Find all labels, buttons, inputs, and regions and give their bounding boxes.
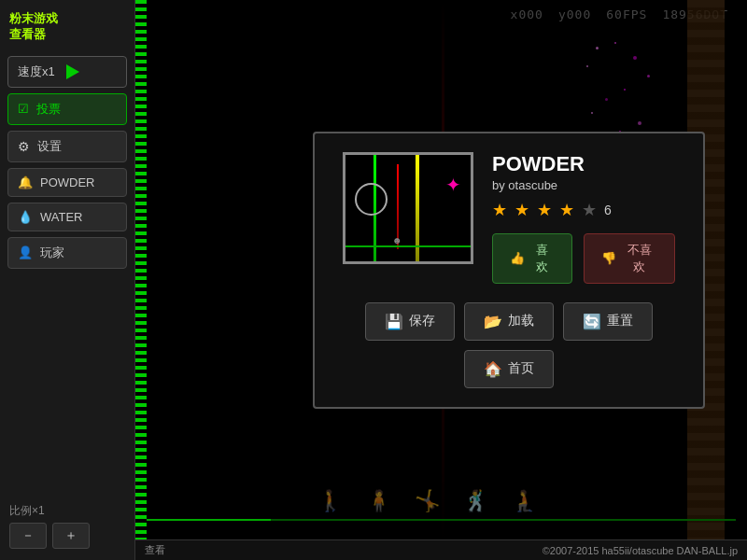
settings-label: 设置 xyxy=(37,138,62,155)
modal-info: POWDER by otascube ★ ★ ★ ★ ★ 6 👍 喜欢 xyxy=(492,152,675,284)
status-left: 查看 xyxy=(145,543,165,557)
player-label: 玩家 xyxy=(40,245,64,261)
dislike-label: 不喜欢 xyxy=(622,242,657,275)
speed-label: 速度x1 xyxy=(18,63,55,80)
speed-button[interactable]: 速度x1 xyxy=(7,56,127,88)
vote-label: 投票 xyxy=(36,101,61,118)
dot-border-left xyxy=(135,0,147,560)
reset-icon: 🔄 xyxy=(583,313,601,330)
player-button[interactable]: 👤 玩家 xyxy=(7,237,127,269)
load-icon: 📂 xyxy=(484,313,502,330)
player-icon: 👤 xyxy=(18,245,33,259)
home-label: 首页 xyxy=(508,360,534,377)
gear-icon: ⚙ xyxy=(18,139,30,154)
powder-icon: 🔔 xyxy=(18,175,33,189)
preview-figure: ☻ xyxy=(392,235,402,245)
zoom-in-button[interactable]: ＋ xyxy=(52,523,90,549)
sidebar: 粉末游戏 查看器 速度x1 ☑ 投票 ⚙ 设置 🔔 POWDER 💧 WATER… xyxy=(0,0,135,560)
stars-row: ★ ★ ★ ★ ★ 6 xyxy=(492,200,675,220)
vote-button[interactable]: ☑ 投票 xyxy=(7,93,127,125)
star-5: ★ xyxy=(582,200,597,220)
like-icon: 👍 xyxy=(510,251,525,265)
modal-author: by otascube xyxy=(492,178,675,192)
star-3: ★ xyxy=(537,200,552,220)
modal-actions: 💾 保存 📂 加载 🔄 重置 🏠 首页 xyxy=(343,302,675,388)
powder-label: POWDER xyxy=(40,175,95,189)
zoom-controls: － ＋ xyxy=(9,523,125,549)
play-icon xyxy=(66,64,79,79)
home-button[interactable]: 🏠 首页 xyxy=(464,350,554,388)
home-icon: 🏠 xyxy=(484,360,502,378)
game-preview-thumbnail: ✦ ☻ xyxy=(343,152,473,264)
modal-title: POWDER xyxy=(492,152,675,176)
star-2: ★ xyxy=(514,200,529,220)
settings-button[interactable]: ⚙ 设置 xyxy=(7,131,127,162)
save-icon: 💾 xyxy=(385,313,403,330)
reaction-buttons: 👍 喜欢 👎 不喜欢 xyxy=(492,233,675,284)
preview-inner: ✦ ☻ xyxy=(345,155,471,261)
preview-circle xyxy=(355,183,388,216)
vote-checkbox-icon: ☑ xyxy=(18,102,29,116)
status-right: ©2007-2015 ha55ii/otascube DAN-BALL.jp xyxy=(543,545,738,556)
status-bar: 查看 ©2007-2015 ha55ii/otascube DAN-BALL.j… xyxy=(135,539,747,560)
reset-button[interactable]: 🔄 重置 xyxy=(563,302,653,341)
dislike-icon: 👎 xyxy=(601,251,616,265)
modal-top: ✦ ☻ POWDER by otascube ★ ★ ★ ★ ★ xyxy=(343,152,675,284)
dislike-button[interactable]: 👎 不喜欢 xyxy=(584,233,675,284)
load-button[interactable]: 📂 加载 xyxy=(464,302,554,341)
like-button[interactable]: 👍 喜欢 xyxy=(492,233,572,284)
preview-ground xyxy=(345,245,471,247)
modal-overlay: ✦ ☻ POWDER by otascube ★ ★ ★ ★ ★ xyxy=(271,0,747,539)
modal-box: ✦ ☻ POWDER by otascube ★ ★ ★ ★ ★ xyxy=(313,132,705,409)
save-button[interactable]: 💾 保存 xyxy=(365,302,455,341)
reset-label: 重置 xyxy=(607,313,633,329)
rating-count: 6 xyxy=(604,203,612,217)
like-label: 喜欢 xyxy=(530,242,555,275)
water-button[interactable]: 💧 WATER xyxy=(7,203,127,231)
load-label: 加载 xyxy=(508,313,534,329)
star-4: ★ xyxy=(559,200,574,220)
save-label: 保存 xyxy=(409,313,435,329)
water-label: WATER xyxy=(40,210,83,224)
zoom-out-button[interactable]: － xyxy=(9,523,47,549)
game-area: x000 y000 60FPS 18956DOT � xyxy=(135,0,747,560)
app-title: 粉末游戏 查看器 xyxy=(7,7,127,50)
water-icon: 💧 xyxy=(18,210,33,224)
scale-section: 比例×1 － ＋ xyxy=(7,499,127,553)
scale-label: 比例×1 xyxy=(9,503,125,519)
star-1: ★ xyxy=(492,200,507,220)
powder-button[interactable]: 🔔 POWDER xyxy=(7,168,127,197)
preview-firework: ✦ xyxy=(445,174,461,196)
